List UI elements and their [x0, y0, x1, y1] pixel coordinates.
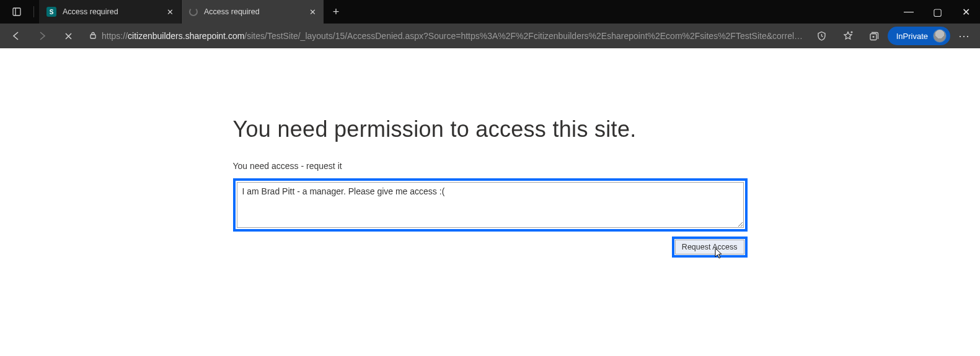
tab-2-active[interactable]: Access required ✕: [182, 0, 324, 24]
favorites-button[interactable]: [836, 24, 860, 48]
svg-rect-0: [13, 8, 20, 15]
collections-button[interactable]: [862, 24, 886, 48]
button-highlight: Request Access: [672, 237, 748, 258]
close-tab-icon[interactable]: ✕: [167, 7, 174, 17]
address-bar[interactable]: https://citizenbuilders.sharepoint.com/s…: [82, 27, 808, 45]
tab-strip: S Access required ✕ Access required ✕ +: [39, 0, 894, 24]
maximize-button[interactable]: ▢: [923, 0, 951, 24]
tab-actions-button[interactable]: [6, 1, 27, 22]
window-controls: — ▢ ✕: [894, 0, 980, 24]
stop-reload-button[interactable]: [56, 24, 81, 48]
tracking-prevention-icon[interactable]: [810, 24, 834, 48]
close-tab-icon[interactable]: ✕: [309, 7, 316, 17]
inprivate-indicator[interactable]: InPrivate: [888, 27, 950, 45]
page-title: You need permission to access this site.: [233, 116, 748, 142]
browser-toolbar: https://citizenbuilders.sharepoint.com/s…: [0, 24, 980, 48]
url-host: citizenbuilders.sharepoint.com: [128, 31, 244, 41]
access-message-input[interactable]: [237, 182, 744, 228]
tab-title: Access required: [204, 7, 303, 16]
tab-1[interactable]: S Access required ✕: [39, 0, 182, 24]
window-titlebar: S Access required ✕ Access required ✕ + …: [0, 0, 980, 24]
loading-spinner-icon: [189, 7, 198, 16]
back-button[interactable]: [4, 24, 29, 48]
request-access-button[interactable]: Request Access: [675, 240, 744, 254]
page-content: You need permission to access this site.…: [0, 48, 980, 356]
url-path: /sites/TestSite/_layouts/15/AccessDenied…: [244, 31, 803, 41]
inprivate-label: InPrivate: [896, 32, 928, 41]
site-info-lock-icon[interactable]: [84, 31, 102, 41]
more-menu-button[interactable]: ⋯: [951, 24, 976, 48]
close-window-button[interactable]: ✕: [951, 0, 980, 24]
message-highlight: [233, 178, 748, 232]
forward-button[interactable]: [30, 24, 55, 48]
url-prefix: https://: [102, 31, 128, 41]
svg-rect-2: [90, 35, 95, 38]
minimize-button[interactable]: —: [894, 0, 923, 24]
profile-avatar-icon: [933, 29, 947, 43]
tab-title: Access required: [63, 7, 161, 16]
sharepoint-icon: S: [46, 7, 56, 17]
divider: [33, 6, 34, 17]
page-subhead: You need access - request it: [233, 161, 748, 171]
new-tab-button[interactable]: +: [324, 0, 348, 24]
